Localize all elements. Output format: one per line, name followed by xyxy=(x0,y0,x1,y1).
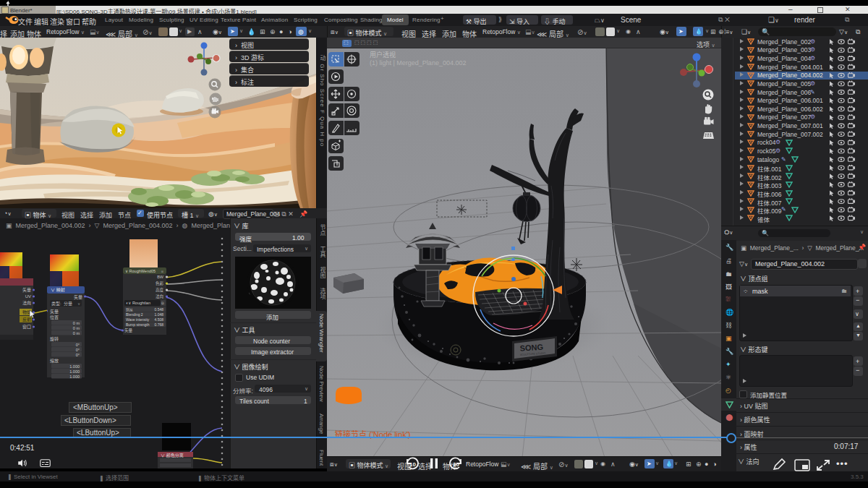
svg-text:1.000: 1.000 xyxy=(69,364,80,369)
svg-text:0°: 0° xyxy=(76,353,80,357)
svg-text:0 m: 0 m xyxy=(73,326,80,330)
svg-text:Bump strength: Bump strength xyxy=(126,322,150,327)
svg-text:⧈: ⧈ xyxy=(161,269,163,273)
svg-text:色彩: 色彩 xyxy=(156,281,164,286)
svg-text:∨ 映射: ∨ 映射 xyxy=(51,287,65,293)
svg-text:BW: BW xyxy=(157,275,164,279)
svg-text:∨ RoughWend05: ∨ RoughWend05 xyxy=(125,269,156,273)
svg-text:0 m: 0 m xyxy=(73,321,80,325)
svg-text:位置: 位置 xyxy=(50,314,59,320)
svg-text:反射: 反射 xyxy=(22,317,31,322)
svg-text:10: 10 xyxy=(409,461,416,468)
svg-text:1.000: 1.000 xyxy=(69,374,80,379)
svg-text:0.548: 0.548 xyxy=(154,307,163,312)
svg-text:类型: 分量: 类型: 分量 xyxy=(51,301,72,307)
svg-text:4.508: 4.508 xyxy=(154,317,163,322)
svg-text:旋转: 旋转 xyxy=(50,336,59,342)
svg-text:Wave intensity: Wave intensity xyxy=(126,317,150,322)
svg-text:∨: ∨ xyxy=(77,301,80,306)
svg-text:0°: 0° xyxy=(76,343,80,347)
svg-text:30: 30 xyxy=(453,461,459,468)
svg-text:0°: 0° xyxy=(76,348,80,352)
svg-text:别从: 别从 xyxy=(126,307,133,312)
svg-text:矢量: 矢量 xyxy=(22,287,31,293)
svg-text:0 m: 0 m xyxy=(73,331,80,335)
svg-text:SONG: SONG xyxy=(519,343,543,353)
svg-text:矢量: 矢量 xyxy=(74,294,82,300)
svg-text:矢量: 矢量 xyxy=(50,309,59,314)
svg-text:UV: UV xyxy=(25,294,31,299)
svg-text:◐∨ Roughtlan: ◐∨ Roughtlan xyxy=(126,301,150,305)
svg-text:法向: 法向 xyxy=(156,294,163,299)
svg-text:1.000: 1.000 xyxy=(69,369,80,374)
svg-text:缩放: 缩放 xyxy=(50,358,59,364)
svg-text:Blending 2: Blending 2 xyxy=(126,312,143,317)
svg-text:⧉: ⧉ xyxy=(161,301,164,305)
svg-text:法向: 法向 xyxy=(22,300,31,306)
svg-text:高度: 高度 xyxy=(156,287,164,293)
svg-text:矢量: 矢量 xyxy=(124,328,133,333)
svg-text:0.768: 0.768 xyxy=(154,322,163,327)
svg-text:1.048: 1.048 xyxy=(154,312,163,317)
svg-text:窗口: 窗口 xyxy=(22,324,31,330)
